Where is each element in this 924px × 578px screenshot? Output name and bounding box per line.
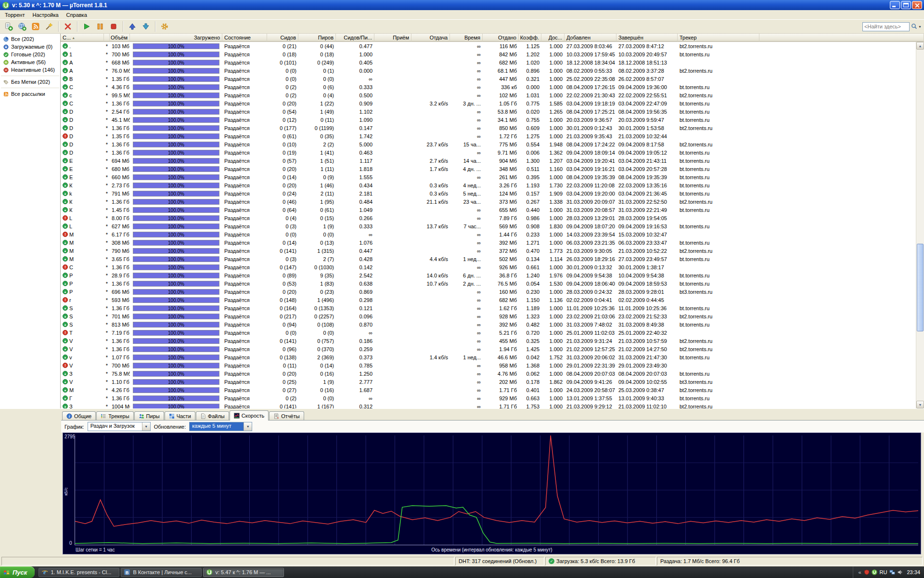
torrent-row[interactable]: ▲S*701 Мб100.0%Раздаётся0 (217)0 (2257)0… bbox=[61, 312, 924, 320]
torrent-row[interactable]: ▲М*4.26 Гб100.0%Раздаётся0 (27)0 (16)1.6… bbox=[61, 386, 924, 394]
move-down-button[interactable] bbox=[140, 20, 152, 33]
remove-torrent-button[interactable] bbox=[62, 20, 74, 33]
column-header[interactable]: Коэфф. bbox=[519, 34, 541, 42]
taskbar-task[interactable]: ВВ Контакте | Личные с... bbox=[121, 568, 202, 577]
column-header[interactable]: Объём bbox=[110, 34, 130, 42]
torrent-row[interactable]: ▲А*76.0 Мб100.0%Раздаётся0 (0)0 (1)0.000… bbox=[61, 66, 924, 75]
torrent-row[interactable]: ▲V*1.36 Гб100.0%Раздаётся0 (96)0 (370)0.… bbox=[61, 345, 924, 353]
tab-peers[interactable]: Пиры bbox=[134, 411, 164, 420]
column-header[interactable]: Завершён bbox=[616, 34, 678, 42]
sidebar-item[interactable]: Неактивные (146) bbox=[0, 66, 60, 74]
scrollbar-thumb[interactable] bbox=[917, 244, 924, 332]
torrent-row[interactable]: !L*8.00 Гб100.0%Раздаётся0 (4)0 (15)0.26… bbox=[61, 214, 924, 222]
scroll-up-icon[interactable]: ▲ bbox=[916, 42, 924, 50]
column-header[interactable]: Время bbox=[450, 34, 483, 42]
titlebar[interactable]: v: 5.30 к ^: 1.70 М — µTorrent 1.8.1 bbox=[0, 0, 924, 10]
rss-downloader-button[interactable] bbox=[29, 20, 42, 33]
torrent-row[interactable]: ▲S*1.36 Гб100.0%Раздаётся0 (164)0 (1353)… bbox=[61, 304, 924, 312]
torrent-row[interactable]: ▲В*1.35 Гб100.0%Раздаётся0 (0)0 (0)∞∞447… bbox=[61, 75, 924, 83]
graph-type-select[interactable]: Раздач и Загрузок ▼ bbox=[88, 422, 151, 431]
torrent-row[interactable]: ▲D*1.36 Гб100.0%Раздаётся0 (19)1 (41)0.4… bbox=[61, 148, 924, 157]
torrent-row[interactable]: ▲С*1.36 Гб100.0%Раздаётся0 (20)1 (22)0.9… bbox=[61, 99, 924, 107]
column-header[interactable] bbox=[104, 34, 110, 42]
torrent-row[interactable]: !r*593 Мб100.0%Раздаётся0 (148)1 (496)0.… bbox=[61, 296, 924, 304]
preferences-button[interactable] bbox=[158, 20, 171, 33]
torrent-row[interactable]: ▲V*1.36 Гб100.0%Раздаётся0 (141)0 (757)0… bbox=[61, 337, 924, 345]
menu-help[interactable]: Справка bbox=[63, 11, 91, 19]
torrent-row[interactable]: ▲С*4.36 Гб100.0%Раздаётся0 (2)0 (6)0.333… bbox=[61, 83, 924, 91]
sidebar-item[interactable]: Без Метки (202) bbox=[0, 78, 60, 86]
column-header[interactable]: Добавлен bbox=[565, 34, 616, 42]
sidebar-item[interactable]: Активные (56) bbox=[0, 58, 60, 66]
tab-trackers[interactable]: Трекеры bbox=[96, 411, 133, 420]
column-header[interactable]: Сидов bbox=[267, 34, 298, 42]
torrent-row[interactable]: !D*1.35 Гб100.0%Раздаётся0 (61)0 (35)1.7… bbox=[61, 132, 924, 140]
chevron-down-icon[interactable]: ▼ bbox=[244, 422, 252, 431]
upload-status[interactable]: Раздача: 1.7 Мб/с Всего: 96.4 Гб bbox=[657, 557, 923, 565]
update-interval-select[interactable]: каждые 5 минут ▼ bbox=[189, 422, 252, 431]
column-header[interactable]: Дос... bbox=[541, 34, 565, 42]
language-indicator[interactable]: RU bbox=[880, 569, 887, 575]
torrent-row[interactable]: ▲З*1004 Мб100.0%Раздаётся0 (141)1 (167)0… bbox=[61, 402, 924, 408]
download-status[interactable]: ✓ Загрузка: 5.3 кб/с Всего: 13.9 Гб bbox=[545, 557, 656, 565]
torrent-row[interactable]: ▲Г*1.36 Гб100.0%Раздаётся0 (2)0 (0)∞∞929… bbox=[61, 394, 924, 402]
torrent-row[interactable]: !Т*7.19 Гб100.0%Раздаётся0 (0)0 (0)∞∞5.2… bbox=[61, 328, 924, 337]
tab-logger[interactable]: Отчёты bbox=[269, 411, 304, 420]
torrent-row[interactable]: !V*700 Мб100.0%Раздаётся0 (11)0 (14)0.78… bbox=[61, 361, 924, 369]
sidebar-item[interactable]: Все (202) bbox=[0, 35, 60, 43]
column-header[interactable]: Отдача bbox=[411, 34, 450, 42]
taskbar-task[interactable]: e1. M.I.K.E. presents - Cl... bbox=[38, 568, 119, 577]
chevron-down-icon[interactable]: ▼ bbox=[142, 422, 150, 431]
close-button[interactable] bbox=[912, 1, 922, 9]
torrent-row[interactable]: ▲L*627 Мб100.0%Раздаётся0 (3)1 (9)0.3331… bbox=[61, 222, 924, 230]
column-header[interactable]: Трекер bbox=[678, 34, 759, 42]
add-torrent-button[interactable] bbox=[2, 20, 15, 33]
start-button[interactable]: Пуск bbox=[0, 566, 35, 578]
torrent-row[interactable]: ▲Р*1.36 Гб100.0%Раздаётся0 (53)1 (83)0.6… bbox=[61, 279, 924, 288]
sidebar-item[interactable]: Все рассылки bbox=[0, 90, 60, 98]
taskbar-task[interactable]: v: 5.47 к ^: 1.76 М — ... bbox=[203, 568, 284, 577]
maximize-button[interactable] bbox=[901, 1, 911, 9]
torrent-row[interactable]: ▲v*1.07 Гб100.0%Раздаётся0 (138)2 (369)0… bbox=[61, 353, 924, 361]
torrent-row[interactable]: ▲D*1.36 Гб100.0%Раздаётся0 (10)2 (2)5.00… bbox=[61, 140, 924, 148]
sidebar-item[interactable]: Готовые (202) bbox=[0, 51, 60, 58]
torrent-row[interactable]: ▲V*1.10 Гб100.0%Раздаётся0 (25)1 (9)2.77… bbox=[61, 378, 924, 386]
column-header[interactable]: Сидов/Пи... bbox=[336, 34, 374, 42]
column-header[interactable]: С...▲ bbox=[61, 34, 104, 42]
torrent-row[interactable]: ▲k*791 Мб100.0%Раздаётся0 (24)2 (11)2.18… bbox=[61, 189, 924, 197]
add-from-url-button[interactable] bbox=[16, 20, 28, 33]
torrent-row[interactable]: !М*6.17 Гб100.0%Раздаётся0 (0)0 (0)∞∞1.4… bbox=[61, 230, 924, 238]
stop-button[interactable] bbox=[107, 20, 120, 33]
tab-files[interactable]: Файлы bbox=[196, 411, 229, 420]
torrent-row[interactable]: ▲D*45.1 Мб100.0%Раздаётся0 (12)0 (11)1.0… bbox=[61, 116, 924, 124]
torrent-row[interactable]: ▲К*2.73 Гб100.0%Раздаётся0 (20)1 (46)0.4… bbox=[61, 181, 924, 189]
torrent-row[interactable]: ▲D*2.54 Гб100.0%Раздаётся0 (54)1 (49)1.1… bbox=[61, 107, 924, 116]
start-button[interactable] bbox=[80, 20, 93, 33]
menu-torrent[interactable]: Торрент bbox=[1, 11, 28, 19]
torrent-row[interactable]: ▲А*668 Мб100.0%Раздаётся0 (101)0 (249)0.… bbox=[61, 58, 924, 66]
tab-pieces[interactable]: Части bbox=[165, 411, 195, 420]
minimize-button[interactable] bbox=[890, 1, 900, 9]
search-icon[interactable]: ▼ bbox=[911, 23, 922, 30]
torrent-row[interactable]: ▲М*790 Мб100.0%Раздаётся0 (141)1 (315)0.… bbox=[61, 247, 924, 255]
column-header[interactable]: Приём bbox=[374, 34, 411, 42]
tab-info[interactable]: iОбщие bbox=[62, 411, 96, 420]
search-input[interactable] bbox=[862, 22, 910, 31]
torrent-row[interactable]: ▲Е*680 Мб100.0%Раздаётся0 (20)1 (11)1.81… bbox=[61, 165, 924, 173]
torrent-row[interactable]: ▲1*700 Мб100.0%Раздаётся0 (18)0 (18)1.00… bbox=[61, 50, 924, 58]
torrent-row[interactable]: ▲М*308 Мб100.0%Раздаётся0 (14)0 (13)1.07… bbox=[61, 238, 924, 247]
column-header[interactable]: Загружено bbox=[130, 34, 222, 42]
scroll-down-icon[interactable]: ▼ bbox=[916, 401, 924, 408]
torrent-row[interactable]: ▲Р*28.9 Гб100.0%Раздаётся0 (89)9 (35)2.5… bbox=[61, 271, 924, 279]
column-header[interactable]: Состояние bbox=[222, 34, 267, 42]
vertical-scrollbar[interactable]: ▲ ▼ bbox=[916, 42, 924, 408]
create-torrent-button[interactable] bbox=[43, 20, 55, 33]
dht-status[interactable]: DHT: 317 соединений (Обновл.) bbox=[455, 557, 544, 565]
torrent-row[interactable]: ▲D*1.36 Гб100.0%Раздаётся0 (177)0 (1199)… bbox=[61, 124, 924, 132]
torrent-row[interactable]: ▲З*75.8 Мб100.0%Раздаётся0 (20)0 (16)1.2… bbox=[61, 369, 924, 378]
torrent-row[interactable]: ▲Е*694 Мб100.0%Раздаётся0 (57)1 (51)1.11… bbox=[61, 157, 924, 165]
torrent-row[interactable]: ▲М*3.65 Гб100.0%Раздаётся0 (3)2 (7)0.428… bbox=[61, 255, 924, 263]
column-header[interactable]: Отдано bbox=[483, 34, 519, 42]
torrent-row[interactable]: ▲.*103 Мб100.0%Раздаётся0 (21)0 (44)0.47… bbox=[61, 42, 924, 50]
torrent-row[interactable]: ▲Е*660 Мб100.0%Раздаётся0 (14)0 (9)1.555… bbox=[61, 173, 924, 181]
